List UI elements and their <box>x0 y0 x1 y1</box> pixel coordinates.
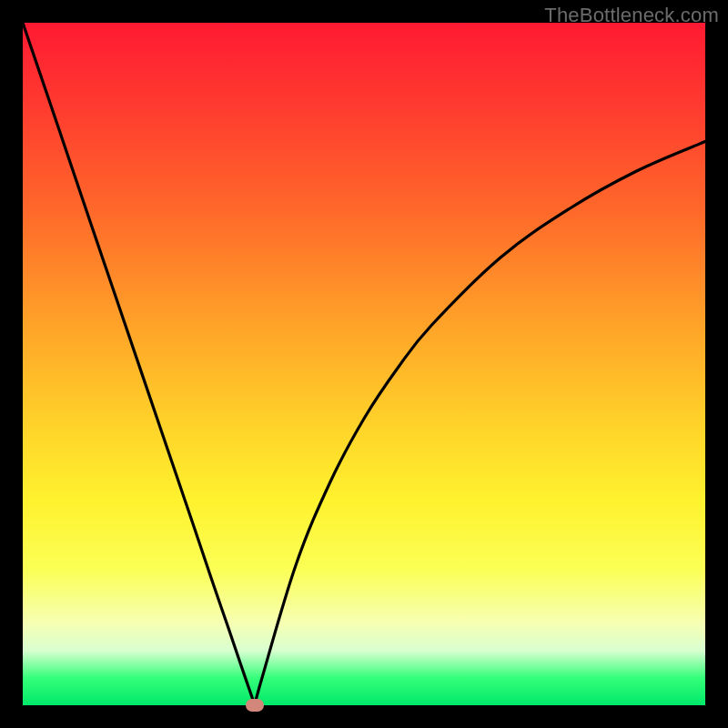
watermark-text: TheBottleneck.com <box>544 4 719 27</box>
optimum-marker <box>246 699 264 712</box>
plot-area <box>23 23 705 705</box>
bottleneck-curve <box>23 23 705 705</box>
chart-frame: TheBottleneck.com <box>0 0 728 728</box>
